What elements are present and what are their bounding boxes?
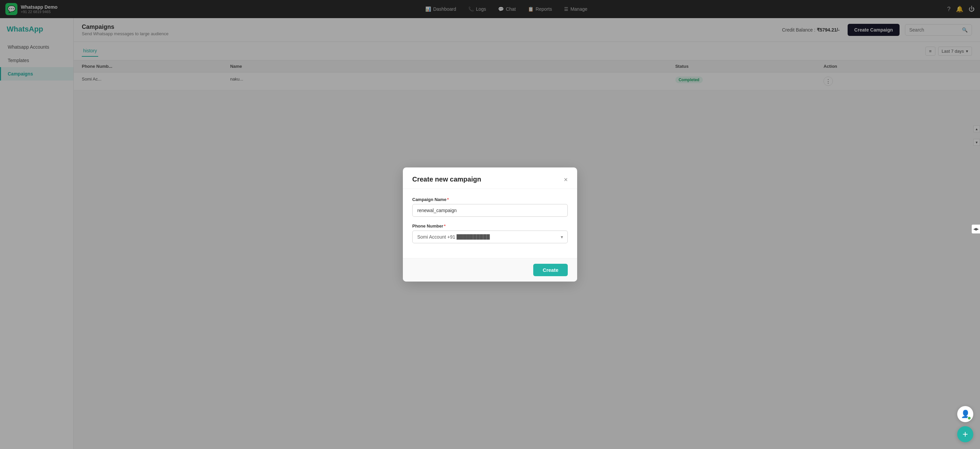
phone-number-label: Phone Number* [412, 224, 568, 228]
campaign-name-input[interactable] [412, 204, 568, 217]
float-add-button[interactable]: + [957, 426, 973, 442]
float-chat-button[interactable]: 👤 [957, 406, 973, 422]
modal-title: Create new campaign [412, 176, 481, 183]
campaign-name-label: Campaign Name* [412, 197, 568, 202]
create-campaign-modal: Create new campaign × Campaign Name* Pho… [403, 168, 577, 281]
chat-online-dot [967, 416, 971, 420]
plus-icon: + [963, 429, 968, 439]
modal-overlay: Create new campaign × Campaign Name* Pho… [0, 0, 980, 449]
modal-body: Campaign Name* Phone Number* Somi Accoun… [403, 189, 577, 258]
phone-number-select[interactable]: Somi Account +91 ██████████ [412, 230, 568, 243]
side-toggle-icon: ◀▶ [973, 227, 978, 231]
phone-number-select-wrapper: Somi Account +91 ██████████ ▾ [412, 230, 568, 243]
side-toggle-button[interactable]: ◀▶ [972, 225, 980, 233]
modal-header: Create new campaign × [403, 168, 577, 189]
create-button[interactable]: Create [533, 264, 568, 276]
modal-close-button[interactable]: × [564, 176, 568, 183]
campaign-name-group: Campaign Name* [412, 197, 568, 217]
phone-number-group: Phone Number* Somi Account +91 █████████… [412, 224, 568, 243]
modal-footer: Create [403, 258, 577, 281]
